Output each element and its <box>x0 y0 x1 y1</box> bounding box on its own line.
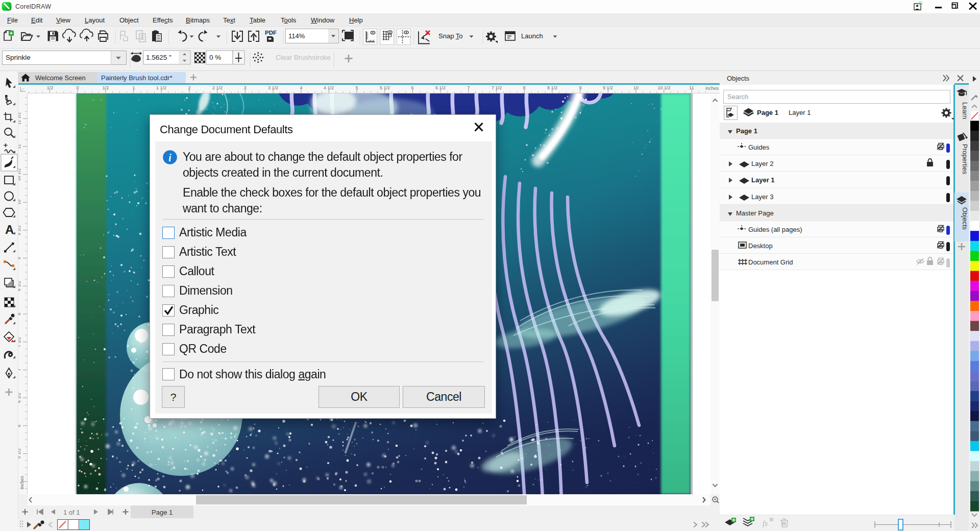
svg-text:A: A <box>5 223 14 236</box>
svg-text:PDF: PDF <box>265 30 277 36</box>
svg-text:i: i <box>168 152 172 163</box>
svg-text:fx: fx <box>763 520 768 527</box>
